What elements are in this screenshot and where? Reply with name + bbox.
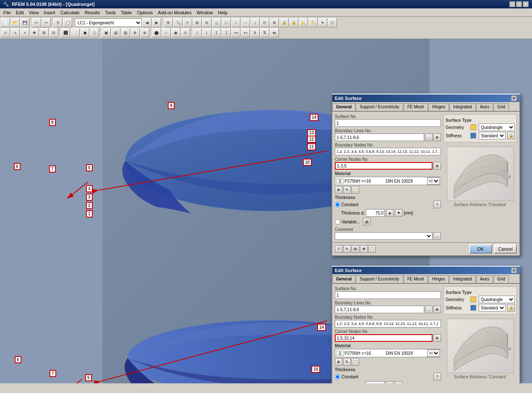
- dialog1-close-btn[interactable]: ×: [511, 95, 517, 101]
- tb-btn18[interactable]: ⬡: [328, 18, 337, 27]
- tb-open[interactable]: 📂: [10, 18, 20, 27]
- mat-grade-combo[interactable]: <=16: [427, 177, 440, 185]
- d2-constant-radio[interactable]: [335, 374, 340, 380]
- tb2-btn17[interactable]: ○: [162, 28, 171, 37]
- tb2-btn28[interactable]: ⇆: [270, 28, 279, 37]
- close-btn[interactable]: ×: [523, 1, 529, 7]
- d2-thickness-up[interactable]: ▲: [386, 381, 394, 383]
- tb2-btn6[interactable]: ⊟: [49, 28, 58, 37]
- constant-radio[interactable]: [335, 202, 340, 207]
- d2-boundary-lines-btn1[interactable]: ...: [425, 306, 433, 313]
- tb2-btn10[interactable]: ◻: [90, 28, 99, 37]
- tb2-btn24[interactable]: ⊶: [231, 28, 240, 37]
- minimize-btn[interactable]: −: [509, 1, 515, 7]
- tb2-btn12[interactable]: ▤: [111, 28, 120, 37]
- menu-help[interactable]: Help: [216, 9, 230, 16]
- dlg1-footer-btn2[interactable]: ✎: [343, 245, 351, 253]
- menu-addons[interactable]: Add-on Modules: [155, 9, 194, 16]
- d2-boundary-nodes-input[interactable]: [335, 320, 441, 328]
- dlg1-footer-btn4[interactable]: 👁: [360, 245, 368, 253]
- tb-btn12[interactable]: ⊕: [270, 18, 279, 27]
- menu-results[interactable]: Results: [82, 9, 103, 16]
- tb2-btn8[interactable]: ⬜: [70, 28, 80, 37]
- tb2-btn22[interactable]: ⟦: [212, 28, 221, 37]
- tb-btn6[interactable]: △: [212, 18, 221, 27]
- tab1-integrated[interactable]: Integrated: [449, 103, 476, 111]
- tb-btn14[interactable]: 🔓: [289, 18, 298, 27]
- geometry-combo[interactable]: Quadrangle: [479, 123, 515, 131]
- d2-surface-no-input[interactable]: [335, 291, 441, 299]
- tb2-btn20[interactable]: ⟨: [193, 28, 202, 37]
- tb2-btn18[interactable]: ◉: [171, 28, 180, 37]
- tb2-btn2[interactable]: ↘: [10, 28, 20, 37]
- corner-nodes-btn[interactable]: ⊕: [433, 162, 441, 170]
- tb-btn13[interactable]: 🔒: [279, 18, 289, 27]
- tb-new[interactable]: 📄: [1, 18, 10, 27]
- d2-thickness-d-input[interactable]: [366, 381, 385, 383]
- menu-calculate[interactable]: Calculate: [58, 9, 82, 16]
- tab2-integrated[interactable]: Integrated: [449, 275, 476, 283]
- variable-radio[interactable]: [335, 219, 340, 225]
- tb2-btn7[interactable]: ⬛: [61, 28, 70, 37]
- tb2-btn23[interactable]: ⟧: [222, 28, 231, 37]
- d2-thickness-down[interactable]: ▼: [395, 381, 402, 383]
- boundary-lines-btn1[interactable]: ...: [425, 134, 433, 141]
- menu-edit[interactable]: Edit: [13, 9, 26, 16]
- tb-save[interactable]: 💾: [20, 18, 29, 27]
- thickness-d-input[interactable]: [366, 209, 385, 217]
- d2-mat-btn3[interactable]: 📋: [352, 358, 359, 366]
- menu-view[interactable]: View: [26, 9, 42, 16]
- boundary-nodes-input[interactable]: [335, 148, 441, 155]
- corner-nodes-input[interactable]: [335, 162, 433, 170]
- d2-stiffness-info-btn[interactable]: 🔒: [507, 304, 515, 312]
- tb2-btn3[interactable]: ⌖: [20, 28, 29, 37]
- menu-file[interactable]: File: [1, 9, 13, 16]
- tb2-btn5[interactable]: ⊞: [39, 28, 49, 37]
- tb-btn5[interactable]: ⊟: [202, 18, 211, 27]
- d2-boundary-lines-btn2[interactable]: ⊕: [433, 306, 441, 313]
- tb-prev-lc[interactable]: ◀: [142, 18, 151, 27]
- tb-undo[interactable]: ↩: [32, 18, 41, 27]
- dlg1-footer-btn5[interactable]: 📋: [368, 245, 376, 253]
- tb2-btn25[interactable]: ⊷: [241, 28, 250, 37]
- tb-btn10[interactable]: ↕: [250, 18, 260, 27]
- tab1-support[interactable]: Support / Eccentricity: [356, 103, 403, 111]
- thickness-up[interactable]: ▲: [386, 209, 394, 217]
- tab2-grid[interactable]: Grid: [493, 275, 509, 283]
- d2-corner-nodes-btn[interactable]: ⊕: [433, 334, 441, 342]
- tb-btn7[interactable]: □: [222, 18, 231, 27]
- boundary-lines-btn2[interactable]: ⊕: [433, 134, 441, 141]
- tb-btn9[interactable]: →: [241, 18, 250, 27]
- tb-paste[interactable]: 📋: [63, 18, 72, 27]
- tab1-axes[interactable]: Axes: [476, 103, 493, 111]
- d2-mat-grade-combo[interactable]: <=16: [427, 349, 440, 357]
- tb2-btn16[interactable]: ⬤: [152, 28, 161, 37]
- d2-mat-btn1[interactable]: ⊕: [335, 358, 342, 366]
- tb2-btn27[interactable]: ⇅: [260, 28, 269, 37]
- boundary-lines-input[interactable]: [335, 134, 424, 141]
- tb2-btn4[interactable]: ✚: [30, 28, 39, 37]
- stiffness-combo[interactable]: Standard: [479, 132, 506, 139]
- mat-btn2[interactable]: ✎: [343, 186, 351, 194]
- tb-btn15[interactable]: 📐: [299, 18, 308, 27]
- tab2-hinges[interactable]: Hinges: [428, 275, 449, 283]
- tb-btn8[interactable]: ○: [231, 18, 240, 27]
- d2-stiffness-combo[interactable]: Standard: [479, 304, 506, 312]
- tab2-axes[interactable]: Axes: [476, 275, 493, 283]
- d2-mat-btn2[interactable]: ✎: [343, 358, 351, 366]
- menu-insert[interactable]: Insert: [41, 9, 58, 16]
- menu-tools[interactable]: Tools: [102, 9, 118, 16]
- tb2-btn11[interactable]: ▣: [102, 28, 111, 37]
- tb-btn16[interactable]: 📏: [308, 18, 318, 27]
- tb-btn2[interactable]: 🔍: [173, 18, 183, 27]
- tab2-general[interactable]: General: [332, 275, 355, 283]
- d2-thickness-info-btn[interactable]: ?: [433, 373, 441, 380]
- tb2-btn14[interactable]: ⊕: [130, 28, 140, 37]
- menu-table[interactable]: Table: [118, 9, 134, 16]
- tab2-support[interactable]: Support / Eccentricity: [356, 275, 403, 283]
- tb-next-lc[interactable]: ▶: [152, 18, 161, 27]
- tab1-grid[interactable]: Grid: [493, 103, 509, 111]
- menu-window[interactable]: Window: [194, 9, 215, 16]
- tb-copy[interactable]: ⎘: [53, 18, 63, 27]
- tb2-btn13[interactable]: ▥: [121, 28, 130, 37]
